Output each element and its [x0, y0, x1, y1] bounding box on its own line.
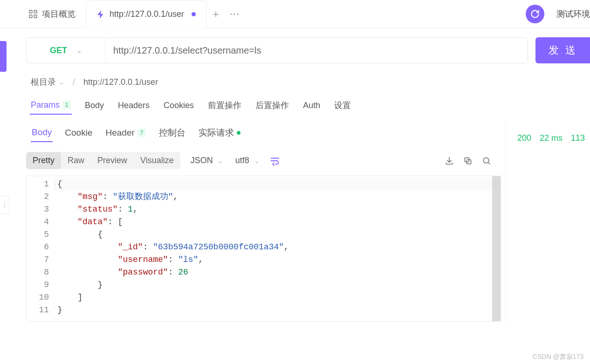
request-box: GET ⌄: [26, 37, 528, 63]
breadcrumb-sep: /: [73, 77, 75, 87]
svg-rect-3: [34, 15, 37, 18]
view-pretty[interactable]: Pretty: [26, 152, 61, 169]
grid-icon: [29, 10, 37, 18]
resp-tab-header[interactable]: Header 7: [104, 124, 146, 142]
scrollbar[interactable]: [492, 176, 501, 321]
tab-pre[interactable]: 前置操作: [207, 96, 242, 115]
view-mode-group: Pretty Raw Preview Visualize: [26, 152, 180, 169]
tab-cookies[interactable]: Cookies: [163, 97, 195, 114]
chevron-down-icon: ⌄: [218, 157, 223, 165]
chevron-down-icon: ⌄: [254, 157, 260, 165]
wrap-toggle[interactable]: [270, 156, 280, 166]
url-input[interactable]: [106, 45, 528, 56]
status-code: 200: [517, 133, 531, 322]
code-area[interactable]: { "msg": "获取数据成功", "status": 1, "data": …: [54, 176, 501, 321]
tab-body[interactable]: Body: [84, 97, 105, 114]
tab-headers[interactable]: Headers: [117, 97, 151, 114]
env-select[interactable]: 测试环境: [551, 6, 590, 22]
breadcrumb: 根目录 ⌄ / http://127.0.0.1/user: [31, 76, 590, 88]
watermark: CSDN @萧寂173: [533, 353, 583, 361]
status-time: 22 ms: [540, 133, 563, 322]
svg-point-7: [483, 158, 489, 163]
download-button[interactable]: [444, 156, 454, 166]
params-count-badge: 1: [62, 101, 71, 109]
search-button[interactable]: [481, 156, 492, 166]
tab-auth[interactable]: Auth: [302, 97, 321, 114]
send-button[interactable]: 发 送: [535, 37, 590, 63]
encoding-label: utf8: [235, 156, 249, 165]
tab-settings[interactable]: 设置: [333, 96, 352, 115]
chevron-down-icon: ⌄: [59, 78, 64, 86]
unsaved-dot-icon: [192, 12, 196, 16]
status-pane: 200 22 ms 113: [506, 120, 590, 322]
send-label: 发 送: [549, 43, 577, 57]
response-body: 1 2 3 4 5 6 7 8 9 10 11 { "msg": "获取数据成功…: [26, 176, 501, 322]
tab-request-label: http://127.0.0.1/user: [110, 9, 184, 19]
status-dot-icon: [237, 131, 240, 135]
resp-tab-actual[interactable]: 实际请求: [198, 123, 241, 143]
resp-tab-header-label: Header: [105, 128, 134, 138]
svg-rect-0: [29, 10, 32, 13]
top-tab-bar: 项目概览 http://127.0.0.1/user ＋ ⋯ 测试环境: [0, 0, 590, 28]
request-tabs: Params 1 Body Headers Cookies 前置操作 后置操作 …: [26, 96, 590, 115]
breadcrumb-root-label: 根目录: [31, 76, 56, 88]
svg-line-8: [488, 162, 490, 164]
tab-more-button[interactable]: ⋯: [225, 8, 244, 20]
refresh-button[interactable]: [526, 5, 544, 23]
encoding-select[interactable]: utf8 ⌄: [233, 156, 261, 165]
tab-overview[interactable]: 项目概览: [19, 0, 86, 27]
view-visualize[interactable]: Visualize: [134, 152, 180, 169]
copy-button[interactable]: [463, 156, 473, 166]
sidebar-stub[interactable]: [0, 41, 7, 72]
tab-post[interactable]: 后置操作: [254, 96, 290, 115]
tab-params[interactable]: Params 1: [30, 96, 72, 115]
chevron-down-icon: ⌄: [76, 47, 82, 54]
resp-tab-console[interactable]: 控制台: [158, 123, 186, 143]
breadcrumb-root[interactable]: 根目录 ⌄: [31, 76, 64, 88]
method-select[interactable]: GET ⌄: [27, 38, 106, 63]
resp-tab-cookie[interactable]: Cookie: [64, 124, 93, 142]
response-tabs: Body Cookie Header 7 控制台 实际请求: [26, 123, 506, 143]
bolt-icon: [96, 10, 105, 19]
method-label: GET: [50, 46, 67, 55]
format-label: JSON: [191, 156, 213, 165]
view-raw[interactable]: Raw: [61, 152, 91, 169]
response-toolbar: Pretty Raw Preview Visualize JSON ⌄ utf8…: [26, 152, 506, 169]
svg-rect-1: [34, 10, 37, 13]
sidebar-collapse[interactable]: ⋮: [0, 196, 9, 214]
resp-tab-body[interactable]: Body: [31, 124, 53, 142]
tab-request[interactable]: http://127.0.0.1/user: [86, 0, 206, 28]
format-select[interactable]: JSON ⌄: [189, 156, 225, 165]
refresh-icon: [530, 9, 540, 19]
resp-tab-actual-label: 实际请求: [199, 127, 234, 139]
breadcrumb-leaf[interactable]: http://127.0.0.1/user: [83, 77, 158, 87]
status-size: 113: [571, 133, 585, 322]
tab-params-label: Params: [31, 100, 60, 110]
tab-add-button[interactable]: ＋: [206, 7, 225, 21]
response-pane: Body Cookie Header 7 控制台 实际请求 Pretty Raw…: [26, 120, 506, 322]
view-preview[interactable]: Preview: [91, 152, 134, 169]
svg-rect-2: [29, 15, 32, 18]
header-count-badge: 7: [137, 129, 146, 137]
line-gutter: 1 2 3 4 5 6 7 8 9 10 11: [27, 176, 54, 321]
env-select-label: 测试环境: [556, 9, 590, 19]
request-row: GET ⌄ 发 送: [26, 37, 590, 63]
tab-overview-label: 项目概览: [42, 8, 75, 20]
